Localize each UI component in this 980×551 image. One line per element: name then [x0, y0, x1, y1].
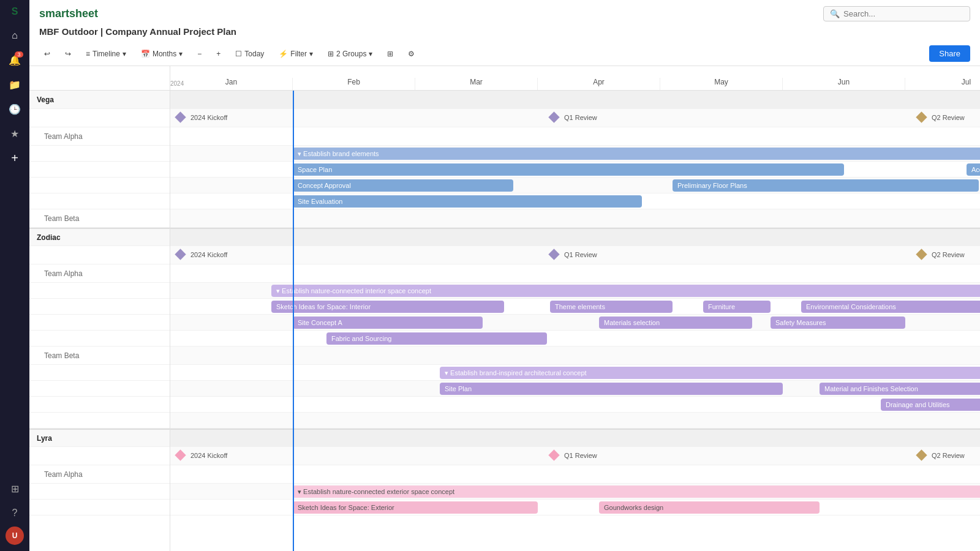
groups-button[interactable]: ⊞ 2 Groups ▾: [323, 47, 377, 61]
group-label-lyra: Lyra: [29, 429, 170, 447]
team-label-vega-alpha: Team Alpha: [29, 127, 170, 146]
chevron-down-icon: ▾: [123, 50, 126, 58]
milestone-label-q1-zodiac: Q1 Review: [564, 251, 597, 258]
notification-badge: 3: [15, 51, 23, 58]
bar-label-furniture: Furniture: [708, 303, 735, 310]
gantt-row-zodiac-a-bar2: Sketch Ideas for Space: Interior Theme e…: [170, 299, 980, 315]
filter-icon: ⚡: [279, 50, 288, 58]
search-input[interactable]: [843, 9, 963, 18]
bar-site-concept-a[interactable]: Site Concept A: [293, 317, 483, 329]
question-icon: ?: [12, 508, 18, 519]
bar-establish-nature-exterior[interactable]: ▾ Establish nature-connected exterior sp…: [293, 485, 980, 498]
bar-row-zodiac-a-4: [29, 331, 170, 347]
bar-row-vega-a-3: [29, 178, 170, 193]
share-button[interactable]: Share: [929, 45, 970, 62]
sidebar-item-favorites[interactable]: ★: [4, 122, 26, 144]
sidebar-item-files[interactable]: 📁: [4, 73, 26, 96]
bar-label-theme-elements: Theme elements: [555, 303, 605, 310]
sidebar-item-home[interactable]: ⌂: [4, 24, 26, 47]
zoom-out-button[interactable]: −: [192, 47, 206, 61]
group-label-vega: Vega: [29, 91, 170, 109]
bar-label-space-plan: Space Plan: [298, 166, 332, 173]
bar-groundworks[interactable]: Goundworks design: [599, 501, 820, 514]
folder-icon: 📁: [9, 79, 21, 91]
bar-env-considerations[interactable]: Environmental Considerations: [801, 301, 980, 313]
toolbar: ↩ ↪ ≡ Timeline ▾ 📅 Months ▾ − + ☐ Today …: [39, 42, 970, 66]
header-top: smartsheet 🔍: [39, 6, 970, 21]
bar-theme-elements[interactable]: Theme elements: [550, 301, 673, 313]
bar-label-prelim-floor: Preliminary Floor Plans: [677, 182, 747, 189]
sidebar-item-create[interactable]: +: [4, 147, 26, 169]
bar-drainage-utilities[interactable]: Drainage and Utilities: [881, 399, 980, 411]
zoom-in-button[interactable]: +: [211, 47, 225, 61]
gantt-scroll[interactable]: 2024 Jan Feb Mar Apr May Jun Jul Aug Sep: [170, 66, 980, 551]
settings-button[interactable]: ⚙: [403, 47, 420, 61]
bar-material-finishes[interactable]: Material and Finishes Selection: [820, 383, 980, 395]
gantt-row-vega-a-bar1: ▾ Establish brand elements: [170, 146, 980, 162]
bar-sketch-ideas-exterior[interactable]: Sketch Ideas for Space: Exterior: [293, 501, 538, 514]
redo-button[interactable]: ↪: [60, 47, 76, 61]
bar-site-eval[interactable]: Site Evaluation: [293, 195, 642, 208]
milestone-q1-zodiac: [548, 249, 559, 260]
search-box[interactable]: 🔍: [823, 6, 970, 21]
calendar-icon: 📅: [141, 50, 150, 58]
bar-sketch-ideas-interior[interactable]: Sketch Ideas for Space: Interior: [271, 301, 504, 313]
clock-icon: 🕒: [9, 103, 21, 115]
bar-label-site-plan-zodiac: Site Plan: [445, 385, 472, 392]
bar-establish-brand[interactable]: ▾ Establish brand elements: [293, 148, 980, 160]
team-label-zodiac-alpha: Team Alpha: [29, 264, 170, 283]
avatar[interactable]: U: [6, 527, 24, 545]
sidebar-item-notifications[interactable]: 🔔 3: [4, 49, 26, 71]
month-apr: Apr: [538, 78, 660, 90]
gantt-row-lyra-a-bar1: ▾ Establish nature-connected exterior sp…: [170, 484, 980, 500]
gantt-row-zodiac-b-bar2: Site Plan Material and Finishes Selectio…: [170, 381, 980, 397]
label-header: [29, 66, 170, 91]
bar-safety-measures[interactable]: Safety Measures: [771, 317, 905, 329]
bar-row-lyra-a-1: [29, 484, 170, 500]
milestone-label-q1-lyra: Q1 Review: [564, 452, 597, 459]
bar-label-establish-nature-exterior: ▾ Establish nature-connected exterior sp…: [298, 488, 454, 496]
filter-button[interactable]: ⚡ Filter ▾: [274, 47, 318, 61]
today-button[interactable]: ☐ Today: [230, 47, 269, 61]
milestone-row-vega: [29, 109, 170, 127]
bar-establish-nature-interior[interactable]: ▾ Establish nature-connected interior sp…: [271, 285, 980, 297]
gantt-row-zodiac-b-bar1: ▾ Establish brand-inspired architectural…: [170, 365, 980, 381]
bar-row-vega-a-2: [29, 162, 170, 178]
chevron-down-icon: ▾: [179, 50, 183, 58]
bar-concept-approval[interactable]: Concept Approval: [293, 179, 513, 192]
bar-row-zodiac-a-3: [29, 315, 170, 331]
months-button[interactable]: 📅 Months ▾: [136, 47, 187, 61]
view-toggle-button[interactable]: ⊞: [382, 47, 398, 61]
gantt-row-zodiac-beta-label: [170, 347, 980, 365]
sidebar-item-help[interactable]: ?: [4, 502, 26, 524]
milestone-q2-lyra: [916, 449, 927, 460]
team-label-zodiac-beta: Team Beta: [29, 347, 170, 365]
bar-label-material-finishes: Material and Finishes Selection: [824, 385, 918, 392]
timeline-button[interactable]: ≡ Timeline ▾: [81, 47, 131, 61]
gantt-row-lyra-a-bar2: Sketch Ideas for Space: Exterior Goundwo…: [170, 500, 980, 515]
main-content: smartsheet 🔍 MBF Outdoor | Company Annua…: [29, 0, 980, 551]
sidebar-item-recent[interactable]: 🕒: [4, 98, 26, 120]
bar-row-vega-a-1: [29, 146, 170, 162]
milestone-row-lyra: [29, 447, 170, 465]
bar-fabric-sourcing[interactable]: Fabric and Sourcing: [326, 332, 547, 345]
bar-furniture[interactable]: Furniture: [703, 301, 771, 313]
year-label: 2024: [170, 80, 184, 87]
sidebar-item-apps[interactable]: ⊞: [4, 478, 26, 500]
bar-prelim-floor[interactable]: Preliminary Floor Plans: [673, 179, 979, 192]
undo-button[interactable]: ↩: [39, 47, 55, 61]
page-title: MBF Outdoor | Company Annual Project Pla…: [39, 26, 970, 37]
bar-establish-brand-arch[interactable]: ▾ Establish brand-inspired architectural…: [440, 367, 980, 379]
gantt-row-lyra-alpha-label: [170, 465, 980, 484]
sidebar-logo: S: [12, 6, 18, 17]
bar-row-zodiac-b-3: [29, 397, 170, 413]
milestone-label-q2-vega: Q2 Review: [932, 114, 965, 121]
bar-accessibility[interactable]: Accessibility: [967, 163, 980, 176]
header: smartsheet 🔍 MBF Outdoor | Company Annua…: [29, 0, 980, 66]
bar-space-plan[interactable]: Space Plan: [293, 163, 844, 176]
bar-materials-selection[interactable]: Materials selection: [599, 317, 752, 329]
bar-site-plan-zodiac[interactable]: Site Plan: [440, 383, 783, 395]
sidebar: S ⌂ 🔔 3 📁 🕒 ★ + ⊞ ? U: [0, 0, 29, 551]
bar-label-site-concept-a: Site Concept A: [298, 319, 342, 326]
gantt-inner: 2024 Jan Feb Mar Apr May Jun Jul Aug Sep: [170, 66, 980, 515]
